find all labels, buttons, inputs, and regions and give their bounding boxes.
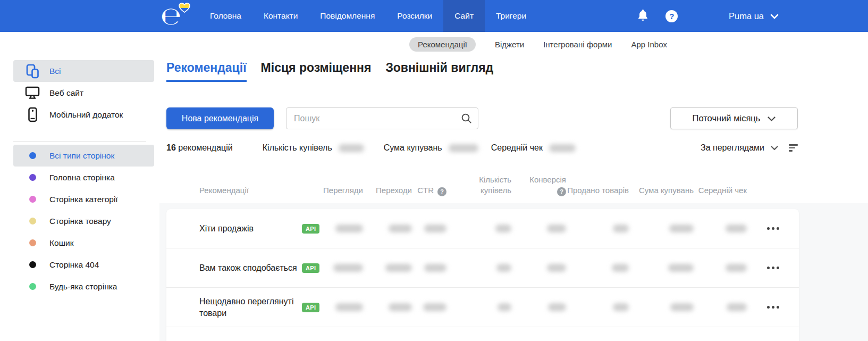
question-icon: ?: [665, 10, 678, 22]
redacted-value: [727, 303, 747, 311]
phone-icon: [24, 107, 40, 122]
tab-appearance[interactable]: Зовнішній вигляд: [385, 61, 493, 82]
subnav-recommendations[interactable]: Рекомендації: [409, 37, 476, 52]
account-name: Puma ua: [729, 11, 764, 21]
account-menu[interactable]: Puma ua: [729, 11, 779, 21]
nav-item-messages[interactable]: Повідомлення: [309, 0, 386, 32]
sidebar-item-product-page[interactable]: Сторінка товару: [13, 210, 154, 232]
subnav-app-inbox[interactable]: App Inbox: [631, 40, 667, 49]
recommendation-name[interactable]: Нещодавно переглянуті товари: [166, 296, 299, 319]
stat-average-check: Середній чек: [491, 143, 576, 153]
bell-icon: [636, 9, 650, 24]
page-type-dot: [29, 174, 36, 181]
sidebar-item-label: Сторінка товару: [49, 217, 111, 226]
stat-purchases: Кількість купівель: [263, 143, 364, 153]
monitor-icon: [24, 86, 40, 99]
ctr-help-icon[interactable]: ?: [437, 187, 446, 196]
conversion-help-icon[interactable]: ?: [557, 187, 566, 196]
redacted-value: [335, 224, 363, 232]
sidebar-item-category-page[interactable]: Сторінка категорії: [13, 188, 154, 210]
redacted-value: [613, 303, 629, 311]
sidebar-item-mobile-app[interactable]: Мобільний додаток: [13, 104, 154, 126]
col-header-clicks: Переходи: [363, 185, 412, 200]
sidebar-divider: [13, 141, 146, 142]
redacted-value: [612, 264, 629, 272]
sidebar-item-label: Всі: [49, 66, 61, 76]
sort-select-value: За переглядами: [701, 143, 764, 153]
redacted-value: [424, 224, 446, 232]
col-header-spacer: [302, 196, 328, 201]
col-header-purchases: Кількість купівель: [446, 174, 511, 201]
main-content: Рекомендації Місця розміщення Зовнішній …: [159, 56, 868, 341]
sidebar-item-cart-page[interactable]: Кошик: [13, 232, 154, 254]
sort-select[interactable]: За переглядами: [701, 143, 798, 153]
row-menu-button[interactable]: [763, 223, 783, 234]
table-row[interactable]: Вам також сподобається API: [166, 248, 799, 288]
col-header-items-sold: Продано товарів: [566, 185, 629, 200]
top-navbar: ℮ Головна Контакти Повідомлення Розсилки…: [0, 0, 868, 32]
table-row[interactable]: Хіти продажів API: [166, 209, 799, 248]
redacted-value: [547, 224, 566, 232]
table-header-row: Рекомендації Перегляди Переходи CTR ? Кі…: [166, 174, 799, 200]
sidebar-item-label: Сторінка 404: [49, 260, 99, 270]
redacted-value: [547, 264, 566, 272]
summary-bar: 16 рекомендацій Кількість купівель Сума …: [166, 142, 798, 154]
redacted-value: [385, 264, 412, 272]
sidebar-item-main-page[interactable]: Головна сторінка: [13, 167, 154, 188]
help-button[interactable]: ?: [663, 7, 681, 25]
nav-item-triggers[interactable]: Тригери: [485, 0, 537, 32]
sidebar-item-all-channels[interactable]: Всі: [13, 60, 154, 82]
redacted-value: [613, 224, 629, 232]
redacted-value: [668, 264, 694, 272]
redacted-value: [333, 264, 363, 272]
redacted-value: [424, 264, 446, 272]
nav-item-campaigns[interactable]: Розсилки: [386, 0, 443, 32]
nav-item-home[interactable]: Головна: [199, 0, 252, 32]
col-header-ctr: CTR ?: [412, 185, 446, 200]
col-header-actions: [747, 196, 799, 201]
sidebar-item-404-page[interactable]: Сторінка 404: [13, 254, 154, 276]
notifications-button[interactable]: [634, 7, 652, 25]
toolbar: Нова рекомендація Поточний місяць: [166, 107, 798, 129]
api-badge: API: [302, 224, 319, 234]
row-menu-button[interactable]: [763, 262, 783, 273]
sidebar-item-label: Кошик: [49, 238, 74, 248]
page-tabs: Рекомендації Місця розміщення Зовнішній …: [166, 61, 493, 82]
api-badge: API: [302, 303, 319, 312]
sidebar-item-label: Сторінка категорії: [49, 195, 118, 204]
tab-recommendations[interactable]: Рекомендації: [166, 61, 247, 82]
col-header-purchase-sum: Сума купувань: [629, 185, 694, 200]
tab-placements[interactable]: Місця розміщення: [261, 61, 372, 82]
subnav-widgets[interactable]: Віджети: [495, 40, 524, 49]
recommendation-name[interactable]: Хіти продажів: [166, 223, 299, 235]
chevron-down-icon: [768, 113, 776, 123]
redacted-value: [548, 303, 566, 311]
redacted-value: [496, 264, 511, 272]
table-row[interactable]: Нещодавно переглянуті товари API: [166, 288, 799, 327]
recommendation-name[interactable]: Вам також сподобається: [166, 262, 299, 274]
subnav-embedded-forms[interactable]: Інтегровані форми: [543, 40, 612, 49]
row-menu-button[interactable]: [763, 302, 783, 313]
sort-order-icon[interactable]: [789, 144, 798, 151]
redacted-value: [670, 303, 694, 311]
nav-item-contacts[interactable]: Контакти: [252, 0, 309, 32]
recommendations-table: Хіти продажів API Вам також сподобається…: [166, 209, 799, 341]
sidebar-item-website[interactable]: Веб сайт: [13, 82, 154, 104]
navbar-right: ? Puma ua: [634, 7, 868, 25]
recommendations-count: 16 рекомендацій: [166, 143, 233, 153]
col-header-views: Перегляди: [328, 185, 363, 200]
new-recommendation-button[interactable]: Нова рекомендація: [166, 107, 274, 129]
stat-purchase-sum: Сума купувань: [384, 143, 478, 153]
period-select[interactable]: Поточний місяць: [670, 107, 798, 129]
redacted-value: [549, 144, 576, 152]
col-header-average-check: Середній чек: [694, 185, 747, 200]
sidebar-item-all-page-types[interactable]: Всі типи сторінок: [13, 145, 154, 167]
nav-item-site[interactable]: Сайт: [443, 0, 485, 32]
search-input[interactable]: [286, 107, 478, 129]
ukraine-heart-icon: [179, 3, 190, 15]
brand-logo[interactable]: ℮: [158, 0, 191, 32]
site-subnav: Рекомендації Віджети Інтегровані форми A…: [0, 32, 868, 56]
redacted-value: [389, 224, 412, 232]
search-icon[interactable]: [461, 113, 472, 126]
sidebar-item-any-page[interactable]: Будь-яка сторінка: [13, 276, 154, 297]
